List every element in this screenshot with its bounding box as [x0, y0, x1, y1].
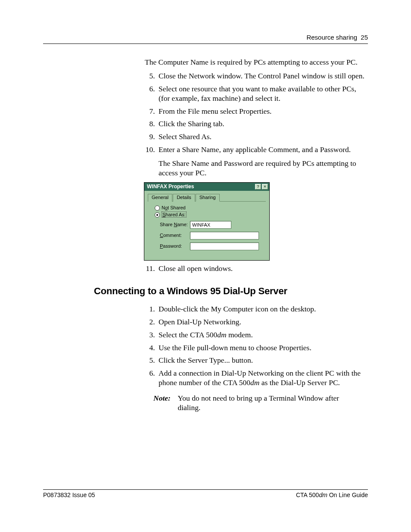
steps-list-b: Double-click the My Computer icon on the… — [145, 305, 368, 388]
dialog-title: WINFAX Properties — [147, 184, 254, 190]
radio-shared-as-label: Shared As: — [162, 212, 187, 218]
step-item: Close the Network window. The Control Pa… — [157, 72, 368, 81]
comment-input[interactable] — [190, 232, 259, 240]
dialog-titlebar[interactable]: WINFAX Properties ? × — [144, 183, 269, 191]
tabs: General Details Sharing — [148, 193, 266, 202]
note-block: Note: You do not need to bring up a Term… — [153, 394, 368, 413]
page-header: Resource sharing 25 — [43, 34, 368, 44]
header-page-number: 25 — [361, 34, 368, 41]
page: Resource sharing 25 The Computer Name is… — [0, 0, 411, 532]
share-name-input[interactable]: WINFAX — [190, 221, 231, 229]
step-text: Select the CTA 500dm modem. — [159, 330, 253, 339]
close-button[interactable]: × — [262, 184, 268, 190]
note-label: Note: — [153, 394, 176, 403]
step-text: Select one resource that you want to mak… — [159, 84, 356, 103]
step-item: Open Dial-Up Networking. — [157, 317, 368, 327]
heading-connecting: Connecting to a Windows 95 Dial-Up Serve… — [94, 286, 368, 297]
footer-left: P0873832 Issue 05 — [43, 492, 95, 498]
help-button[interactable]: ? — [255, 184, 261, 190]
share-name-label: Share Name: — [160, 222, 190, 228]
note-body: You do not need to bring up a Terminal W… — [177, 394, 358, 413]
main-content: The Computer Name is required by PCs att… — [145, 58, 368, 274]
step-text: Use the File pull-down menu to choose Pr… — [159, 343, 311, 352]
step-item: From the File menu select Properties. — [157, 107, 368, 116]
footer-right: CTA 500dm On Line Guide — [296, 492, 368, 498]
step-text: Double-click the My Computer icon on the… — [159, 305, 316, 313]
step-item: Select one resource that you want to mak… — [157, 84, 368, 103]
steps-list-a-tail: Close all open windows. — [145, 264, 368, 274]
step-text: Enter a Share Name, any applicable Comme… — [159, 145, 351, 154]
step-text: Close the Network window. The Control Pa… — [159, 72, 364, 80]
password-label: Password: — [160, 243, 190, 249]
header-section: Resource sharing — [306, 34, 357, 41]
step-text: Close all open windows. — [159, 264, 233, 273]
password-input[interactable] — [190, 243, 259, 250]
page-footer: P0873832 Issue 05 CTA 500dm On Line Guid… — [43, 489, 368, 498]
step-item: Double-click the My Computer icon on the… — [157, 305, 368, 314]
radio-not-shared[interactable]: Not Shared — [155, 205, 266, 211]
radio-icon — [155, 212, 160, 218]
step-item: Use the File pull-down menu to choose Pr… — [157, 343, 368, 353]
tab-general[interactable]: General — [148, 194, 172, 202]
tab-details[interactable]: Details — [173, 194, 195, 202]
radio-shared-as[interactable]: Shared As: — [155, 212, 266, 218]
step-text: Click the Sharing tab. — [159, 119, 224, 128]
password-row: Password: — [160, 243, 266, 250]
step-item: Click the Sharing tab. — [157, 119, 368, 129]
step-item: Click the Server Type... button. — [157, 356, 368, 365]
step-text: Click the Server Type... button. — [159, 356, 253, 364]
step-item: Enter a Share Name, any applicable Comme… — [157, 145, 368, 178]
comment-row: Comment: — [160, 232, 266, 240]
comment-label: Comment: — [160, 233, 190, 239]
step-followup: The Share Name and Password are required… — [159, 159, 368, 178]
radio-icon — [155, 205, 160, 211]
step-item: Select Shared As. — [157, 132, 368, 142]
dialog-body: General Details Sharing Not Shared Share… — [144, 191, 269, 260]
steps-list-a: Close the Network window. The Control Pa… — [145, 72, 368, 178]
tab-sharing[interactable]: Sharing — [196, 194, 220, 202]
step-item: Add a connection in Dial-Up Networking o… — [157, 369, 368, 388]
step-item: Select the CTA 500dm modem. — [157, 330, 368, 340]
step-text: Add a connection in Dial-Up Networking o… — [159, 369, 361, 387]
winfax-properties-dialog: WINFAX Properties ? × General Details Sh… — [144, 182, 270, 261]
radio-not-shared-label: Not Shared — [162, 205, 186, 210]
share-name-row: Share Name: WINFAX — [160, 221, 266, 229]
intro-paragraph: The Computer Name is required by PCs att… — [145, 58, 368, 67]
step-text: Select Shared As. — [159, 132, 212, 141]
step-text: From the File menu select Properties. — [159, 107, 271, 115]
section-b-content: Double-click the My Computer icon on the… — [145, 305, 368, 413]
step-item: Close all open windows. — [157, 264, 368, 274]
step-text: Open Dial-Up Networking. — [159, 317, 241, 326]
